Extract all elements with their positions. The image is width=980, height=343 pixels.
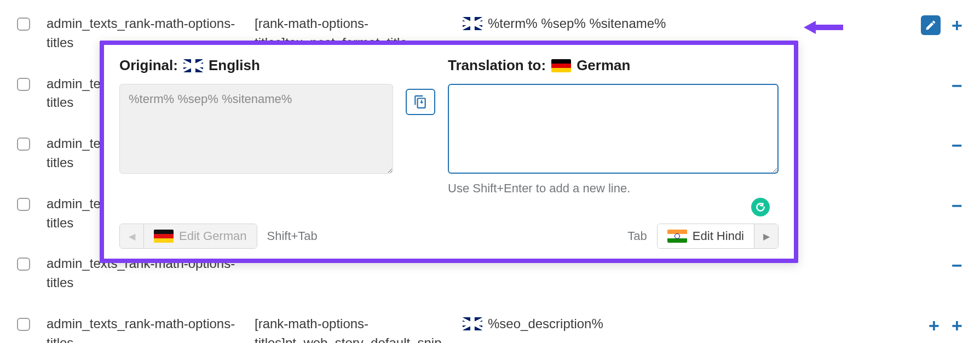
table-row: admin_texts_rank-math-options-titles [ra… xyxy=(0,309,980,343)
grammarly-icon[interactable] xyxy=(751,198,770,216)
de-flag-icon xyxy=(154,230,174,243)
add-translation-button[interactable]: + xyxy=(950,316,964,335)
add-translation-button[interactable]: − xyxy=(950,255,964,275)
row-checkbox[interactable] xyxy=(17,138,30,151)
translation-heading: Translation to: German xyxy=(448,57,779,74)
copy-original-button[interactable] xyxy=(406,89,435,115)
add-translation-button[interactable]: − xyxy=(950,196,964,215)
row-actions: + xyxy=(840,14,980,35)
uk-flag-icon xyxy=(463,17,482,30)
original-text-area[interactable] xyxy=(119,84,393,174)
next-language-nav: Edit Hindi ▶ xyxy=(657,224,779,249)
row-original: %term% %sep% %sitename% xyxy=(463,14,840,33)
translation-hint: Use Shift+Enter to add a new line. xyxy=(448,181,779,196)
add-translation-button[interactable]: − xyxy=(950,76,964,95)
next-language-button[interactable]: Edit Hindi xyxy=(658,224,754,248)
uk-flag-icon xyxy=(463,317,482,330)
in-flag-icon xyxy=(667,230,687,243)
add-translation-button[interactable]: + xyxy=(950,15,964,35)
prev-language-nav: ◀ Edit German xyxy=(119,224,257,249)
original-heading: Original: English xyxy=(119,57,393,74)
add-translation-button[interactable]: + xyxy=(927,316,941,335)
row-context: [rank-math-options-titles]pt_web_story_d… xyxy=(255,315,463,343)
next-kbd-hint: Tab xyxy=(627,229,647,243)
prev-kbd-hint: Shift+Tab xyxy=(267,229,318,243)
row-name: admin_texts_rank-math-options-titles xyxy=(47,315,255,343)
chevron-right-icon[interactable]: ▶ xyxy=(754,224,778,248)
chevron-left-icon: ◀ xyxy=(120,224,144,248)
row-checkbox[interactable] xyxy=(17,18,30,31)
translation-editor-popup: Original: English Translation to: German… xyxy=(100,41,798,263)
de-flag-icon xyxy=(551,59,571,72)
row-checkbox[interactable] xyxy=(17,198,30,211)
row-original: %seo_description% xyxy=(463,315,840,334)
prev-language-button[interactable]: Edit German xyxy=(144,224,257,248)
uk-flag-icon xyxy=(183,59,203,72)
edit-translation-button[interactable] xyxy=(921,15,941,35)
row-checkbox[interactable] xyxy=(17,78,30,91)
row-checkbox[interactable] xyxy=(17,318,30,331)
add-translation-button[interactable]: − xyxy=(950,135,964,155)
row-checkbox[interactable] xyxy=(17,258,30,271)
translation-text-area[interactable] xyxy=(448,84,779,174)
